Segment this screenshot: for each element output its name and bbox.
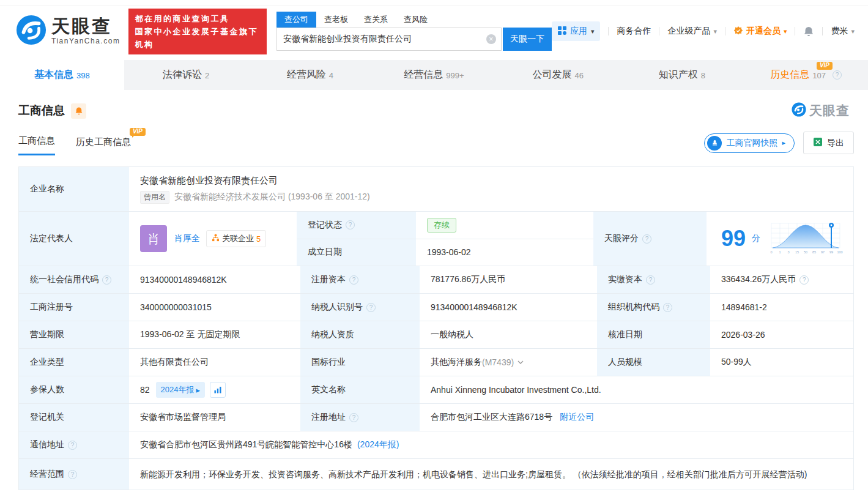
company-tab-bar: 基本信息398 法律诉讼2 经营风险4 经营信息999+ 公司发展46 知识产权… bbox=[0, 60, 868, 90]
reg-status-label: 登记状态 ? bbox=[297, 212, 416, 239]
nav-enterprise-products[interactable]: 企业级产品 ▾ bbox=[667, 26, 717, 37]
reg-address-label: 注册地址? bbox=[300, 404, 420, 431]
vip-badge: VIP bbox=[817, 62, 833, 70]
company-name-value: 安徽省新能创业投资有限责任公司 bbox=[140, 175, 278, 187]
arrow-right-icon: ▸ bbox=[196, 386, 201, 395]
export-button[interactable]: 导出 bbox=[803, 132, 854, 154]
nav-cooperation[interactable]: 商务合作 bbox=[617, 26, 651, 37]
slogan-line-2: 国家中小企业发展子基金旗下机构 bbox=[135, 25, 260, 51]
related-companies-button[interactable]: 关联企业 5 bbox=[206, 230, 266, 247]
reg-authority-label: 登记机关 bbox=[19, 404, 129, 431]
tab-history-info[interactable]: VIP 历史信息107 ? bbox=[744, 60, 868, 90]
svg-text:0: 0 bbox=[770, 250, 772, 254]
insured-trend-icon[interactable] bbox=[210, 382, 226, 398]
org-code-value: 14894681-2 bbox=[710, 294, 853, 321]
nearby-companies-link[interactable]: 附近公司 bbox=[560, 412, 594, 423]
section-title: 工商信息 bbox=[18, 103, 65, 119]
org-code-label: 组织机构代码? bbox=[597, 294, 710, 321]
table-row: 企业名称 安徽省新能创业投资有限责任公司 曾用名 安徽省新能经济技术发展公司 (… bbox=[19, 167, 853, 212]
table-row: 工商注册号 340000000031015 纳税人识别号? 9134000014… bbox=[19, 294, 853, 321]
staff-size-value: 50-99人 bbox=[710, 349, 853, 376]
reg-address-value: 合肥市包河工业区大连路6718号 bbox=[431, 412, 552, 423]
nav-username[interactable]: 费米 ▾ bbox=[831, 26, 855, 37]
business-term-label: 营业期限 bbox=[19, 321, 129, 348]
nav-divider bbox=[725, 27, 725, 35]
search-tab-company[interactable]: 查公司 bbox=[276, 12, 316, 28]
tab-company-development[interactable]: 公司发展46 bbox=[496, 60, 620, 90]
chevron-down-icon[interactable] bbox=[517, 360, 524, 364]
slogan-line-1: 都在用的商业查询工具 bbox=[135, 12, 260, 25]
tianyan-score-widget[interactable]: 99 分 0 1 3 15 bbox=[707, 212, 853, 266]
table-row: 登记机关 安徽省市场监督管理局 注册地址? 合肥市包河工业区大连路6718号 附… bbox=[19, 404, 853, 431]
industry-code: (M7439) bbox=[482, 357, 514, 367]
help-icon[interactable]: ? bbox=[366, 303, 376, 312]
help-icon[interactable]: ? bbox=[663, 303, 672, 312]
business-info-table: 企业名称 安徽省新能创业投资有限责任公司 曾用名 安徽省新能经济技术发展公司 (… bbox=[18, 166, 854, 490]
subtab-history-business-info[interactable]: VIP 历史工商信息 bbox=[76, 136, 131, 155]
insured-count-label: 参保人数 bbox=[19, 376, 129, 403]
chevron-down-icon: ▾ bbox=[784, 28, 787, 35]
help-icon[interactable]: ? bbox=[349, 275, 358, 285]
english-name-value: Anhui Xinneng Incubator Investment Co.,L… bbox=[420, 376, 853, 403]
company-name-label: 企业名称 bbox=[19, 167, 129, 211]
nav-divider bbox=[659, 27, 659, 35]
business-scope-value: 新能源开发利用；环保业务开发、投资咨询服务、高新技术产品开发利用；机电设备销售、… bbox=[129, 459, 853, 490]
help-icon[interactable]: ? bbox=[68, 470, 77, 479]
tab-legal-litigation[interactable]: 法律诉讼2 bbox=[124, 60, 248, 90]
score-unit: 分 bbox=[752, 233, 760, 244]
help-icon[interactable]: ? bbox=[102, 275, 111, 285]
nav-divider bbox=[608, 27, 609, 35]
search-button[interactable]: 天眼一下 bbox=[503, 28, 552, 51]
clear-search-icon[interactable]: × bbox=[486, 34, 496, 44]
svg-text:15: 15 bbox=[795, 250, 799, 254]
help-icon[interactable]: ? bbox=[68, 441, 77, 450]
nav-apps-label: 应用 bbox=[570, 26, 587, 37]
tab-operation-risk[interactable]: 经营风险4 bbox=[248, 60, 372, 90]
nav-apps-button[interactable]: 应用 ▾ bbox=[552, 21, 601, 41]
help-icon[interactable]: ? bbox=[349, 413, 358, 422]
help-icon[interactable]: ? bbox=[346, 220, 355, 229]
table-row: 参保人数 82 2024年报 ▸ 英文名称 Anhui Xinneng Incu… bbox=[19, 376, 853, 404]
help-icon[interactable]: ? bbox=[646, 275, 655, 285]
chevron-down-icon: ▾ bbox=[591, 28, 595, 35]
stamp-icon bbox=[707, 136, 722, 151]
annual-report-link[interactable]: (2024年报) bbox=[357, 439, 399, 450]
annual-report-badge[interactable]: 2024年报 ▸ bbox=[156, 382, 205, 398]
official-snapshot-button[interactable]: 工商官网快照 ▸ bbox=[704, 133, 795, 153]
subtab-business-info[interactable]: 工商信息 bbox=[18, 135, 55, 155]
vip-badge: VIP bbox=[130, 128, 146, 136]
legal-rep-avatar[interactable]: 肖 bbox=[140, 225, 167, 252]
legal-rep-label: 法定代表人 bbox=[19, 212, 129, 266]
mail-address-label: 通信地址? bbox=[19, 431, 129, 458]
industry-value[interactable]: 其他海洋服务 (M7439) bbox=[420, 349, 597, 376]
apps-grid-icon bbox=[558, 26, 566, 37]
search-tab-risk[interactable]: 查风险 bbox=[396, 12, 436, 28]
help-icon[interactable]: ? bbox=[642, 234, 651, 244]
status-badge: 存续 bbox=[427, 218, 456, 233]
search-input[interactable] bbox=[276, 28, 502, 51]
nav-open-membership[interactable]: 开通会员 ▾ bbox=[733, 26, 787, 37]
table-row: 统一社会信用代码? 91340000148946812K 注册资本? 78177… bbox=[19, 266, 853, 294]
tianyancha-watermark: 天眼查 bbox=[792, 102, 850, 119]
tab-intellectual-property[interactable]: 知识产权8 bbox=[620, 60, 744, 90]
search-area: 查公司 查老板 查关系 查风险 × 天眼一下 bbox=[276, 12, 552, 51]
notification-bell-icon[interactable] bbox=[803, 26, 814, 37]
taxpayer-id-label: 纳税人识别号? bbox=[300, 294, 420, 321]
search-tab-boss[interactable]: 查老板 bbox=[316, 12, 356, 28]
chevron-down-icon: ▾ bbox=[851, 28, 855, 35]
tianyan-score-label: 天眼评分 ? bbox=[593, 212, 707, 266]
tianyancha-logo[interactable]: 天眼查 TianYanCha.com bbox=[16, 15, 120, 48]
former-name-value: 安徽省新能经济技术发展公司 (1993-06 至 2001-12) bbox=[174, 192, 370, 203]
monitor-bell-icon[interactable] bbox=[71, 103, 86, 119]
tab-basic-info[interactable]: 基本信息398 bbox=[0, 60, 124, 90]
approval-date-label: 核准日期 bbox=[597, 321, 710, 348]
staff-size-label: 人员规模 bbox=[597, 349, 710, 376]
search-tab-relation[interactable]: 查关系 bbox=[356, 12, 396, 28]
org-chart-icon bbox=[212, 234, 220, 244]
help-icon[interactable]: ? bbox=[799, 275, 809, 285]
legal-rep-link[interactable]: 肖厚全 bbox=[174, 233, 200, 244]
help-icon[interactable]: ? bbox=[833, 70, 842, 80]
slogan-banner: 都在用的商业查询工具 国家中小企业发展子基金旗下机构 bbox=[128, 9, 266, 54]
reg-number-value: 340000000031015 bbox=[129, 294, 300, 321]
tab-operation-info[interactable]: 经营信息999+ bbox=[372, 60, 496, 90]
